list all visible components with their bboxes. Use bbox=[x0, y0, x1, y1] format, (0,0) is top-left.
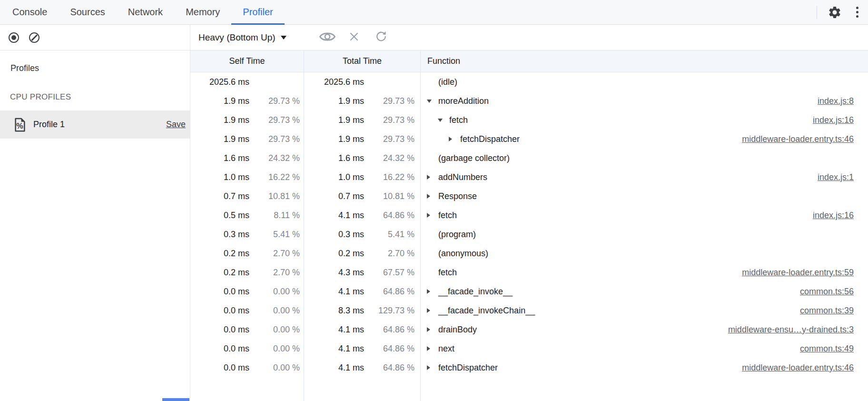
gear-icon[interactable] bbox=[828, 5, 842, 20]
column-header-total-time[interactable]: Total Time bbox=[304, 50, 420, 72]
function-name: addNumbers bbox=[438, 172, 487, 182]
self-time-pct: 2.70 % bbox=[249, 249, 300, 259]
function-cell: fetchDispatchermiddleware-loader.entry.t… bbox=[420, 363, 868, 373]
table-row[interactable]: 1.6 ms24.32 %1.6 ms24.32 %(garbage colle… bbox=[190, 149, 868, 168]
table-row[interactable]: 1.9 ms29.73 %1.9 ms29.73 %fetchDispatche… bbox=[190, 130, 868, 149]
record-icon[interactable] bbox=[9, 32, 19, 43]
bottom-scroll-indicator bbox=[162, 398, 189, 401]
column-header-function[interactable]: Function bbox=[421, 50, 868, 72]
total-time-pct: 64.86 % bbox=[364, 363, 414, 373]
kebab-menu-icon[interactable] bbox=[854, 6, 860, 19]
source-location-link[interactable]: middleware-loader.entry.ts:46 bbox=[742, 363, 854, 373]
table-row[interactable]: 1.9 ms29.73 %1.9 ms29.73 %moreAdditionin… bbox=[190, 91, 868, 110]
total-time-pct: 129.73 % bbox=[364, 306, 414, 316]
table-row[interactable]: 0.0 ms0.00 %4.1 ms64.86 %fetchDispatcher… bbox=[190, 358, 868, 377]
table-row[interactable]: 1.9 ms29.73 %1.9 ms29.73 %fetchindex.js:… bbox=[190, 110, 868, 130]
function-cell: addNumbersindex.js:1 bbox=[420, 172, 868, 182]
expand-arrow-right-icon[interactable] bbox=[427, 194, 438, 199]
table-row[interactable]: 0.5 ms8.11 %4.1 ms64.86 %fetchindex.js:1… bbox=[190, 206, 868, 225]
expand-arrow-down-icon[interactable] bbox=[438, 119, 449, 122]
function-cell: moreAdditionindex.js:8 bbox=[420, 96, 868, 106]
function-name: (idle) bbox=[438, 77, 457, 87]
expand-arrow-right-icon[interactable] bbox=[427, 213, 438, 218]
source-location-link[interactable]: index.js:16 bbox=[813, 115, 854, 125]
self-time-cell: 0.0 ms0.00 % bbox=[190, 325, 304, 335]
source-location-link[interactable]: index.js:1 bbox=[818, 172, 854, 182]
source-location-link[interactable]: common.ts:56 bbox=[800, 287, 854, 297]
column-header-self-time[interactable]: Self Time bbox=[190, 50, 304, 72]
eye-icon[interactable] bbox=[319, 31, 336, 44]
tab-sources[interactable]: Sources bbox=[59, 0, 116, 24]
tab-profiler[interactable]: Profiler bbox=[231, 0, 284, 24]
source-location-link[interactable]: middleware-loader.entry.ts:59 bbox=[742, 268, 854, 278]
expand-arrow-right-icon[interactable] bbox=[449, 137, 460, 141]
table-row[interactable]: 0.0 ms0.00 %4.1 ms64.86 %__facade_invoke… bbox=[190, 282, 868, 301]
total-time-cell: 0.3 ms5.41 % bbox=[304, 230, 420, 240]
self-time-ms: 2025.6 ms bbox=[190, 77, 249, 87]
triangle-right-icon bbox=[449, 137, 452, 141]
total-time-ms: 0.2 ms bbox=[304, 249, 364, 259]
refresh-icon[interactable] bbox=[375, 30, 387, 45]
source-location-link[interactable]: middleware-ensu…y-drained.ts:3 bbox=[728, 325, 854, 335]
self-time-ms: 1.9 ms bbox=[190, 115, 249, 125]
sidebar-item-profile-1[interactable]: % Profile 1 Save bbox=[0, 110, 190, 139]
total-time-ms: 1.9 ms bbox=[304, 115, 364, 125]
table-row[interactable]: 0.0 ms0.00 %4.1 ms64.86 %nextcommon.ts:4… bbox=[190, 339, 868, 358]
tab-network[interactable]: Network bbox=[117, 0, 174, 24]
self-time-ms: 0.3 ms bbox=[190, 230, 249, 240]
function-cell: fetchDispatchermiddleware-loader.entry.t… bbox=[420, 134, 868, 144]
source-location-link[interactable]: common.ts:39 bbox=[800, 306, 854, 316]
source-location-link[interactable]: middleware-loader.entry.ts:46 bbox=[742, 134, 854, 144]
table-row[interactable]: 0.2 ms2.70 %4.3 ms67.57 %fetchmiddleware… bbox=[190, 263, 868, 282]
view-mode-dropdown[interactable]: Heavy (Bottom Up) bbox=[198, 32, 286, 43]
total-time-pct: 67.57 % bbox=[364, 268, 414, 278]
total-time-cell: 1.9 ms29.73 % bbox=[304, 96, 420, 106]
self-time-ms: 1.0 ms bbox=[190, 172, 249, 182]
function-cell: nextcommon.ts:49 bbox=[420, 344, 868, 354]
table-row[interactable]: 2025.6 ms2025.6 ms(idle) bbox=[190, 72, 868, 91]
total-time-cell: 2025.6 ms bbox=[304, 77, 420, 87]
function-name: (program) bbox=[438, 230, 476, 240]
total-time-ms: 8.3 ms bbox=[304, 306, 364, 316]
table-row[interactable]: 0.3 ms5.41 %0.3 ms5.41 %(program) bbox=[190, 225, 868, 244]
expand-arrow-right-icon[interactable] bbox=[427, 327, 438, 332]
function-name: drainBody bbox=[438, 325, 477, 335]
close-icon[interactable] bbox=[348, 31, 360, 44]
save-button[interactable]: Save bbox=[166, 120, 186, 130]
source-location-link[interactable]: index.js:16 bbox=[813, 211, 854, 221]
expand-arrow-right-icon[interactable] bbox=[427, 365, 438, 370]
function-name: Response bbox=[438, 191, 477, 201]
cpu-profiles-section-label: CPU PROFILES bbox=[10, 92, 71, 102]
function-cell: (program) bbox=[420, 230, 868, 240]
table-row[interactable]: 0.0 ms0.00 %4.1 ms64.86 %drainBodymiddle… bbox=[190, 320, 868, 339]
clear-icon[interactable] bbox=[29, 32, 39, 43]
expand-arrow-down-icon[interactable] bbox=[427, 100, 438, 103]
self-time-ms: 0.2 ms bbox=[190, 249, 249, 259]
total-time-pct: 2.70 % bbox=[364, 249, 414, 259]
table-row[interactable]: 0.7 ms10.81 %0.7 ms10.81 %Response bbox=[190, 187, 868, 206]
total-time-pct: 29.73 % bbox=[364, 96, 414, 106]
profiler-toolbar: Heavy (Bottom Up) bbox=[0, 25, 868, 50]
total-time-pct: 29.73 % bbox=[364, 134, 414, 144]
tabbar-divider bbox=[817, 6, 817, 19]
total-time-pct bbox=[364, 77, 414, 87]
total-time-cell: 1.9 ms29.73 % bbox=[304, 115, 420, 125]
table-row[interactable]: 0.0 ms0.00 %8.3 ms129.73 %__facade_invok… bbox=[190, 301, 868, 320]
expand-arrow-right-icon[interactable] bbox=[427, 289, 438, 294]
function-name: fetch bbox=[438, 268, 457, 278]
function-cell: (garbage collector) bbox=[420, 153, 868, 163]
tab-console[interactable]: Console bbox=[1, 0, 59, 24]
source-location-link[interactable]: index.js:8 bbox=[818, 96, 854, 106]
self-time-pct: 16.22 % bbox=[249, 172, 300, 182]
total-time-cell: 0.7 ms10.81 % bbox=[304, 191, 420, 201]
function-name: next bbox=[438, 344, 454, 354]
self-time-cell: 0.7 ms10.81 % bbox=[190, 191, 304, 201]
table-row[interactable]: 1.0 ms16.22 %1.0 ms16.22 %addNumbersinde… bbox=[190, 168, 868, 187]
tab-memory[interactable]: Memory bbox=[174, 0, 231, 24]
expand-arrow-right-icon[interactable] bbox=[427, 308, 438, 313]
expand-arrow-right-icon[interactable] bbox=[427, 175, 438, 180]
self-time-pct: 29.73 % bbox=[249, 115, 300, 125]
table-row[interactable]: 0.2 ms2.70 %0.2 ms2.70 %(anonymous) bbox=[190, 244, 868, 263]
source-location-link[interactable]: common.ts:49 bbox=[800, 344, 854, 354]
expand-arrow-right-icon[interactable] bbox=[427, 346, 438, 351]
